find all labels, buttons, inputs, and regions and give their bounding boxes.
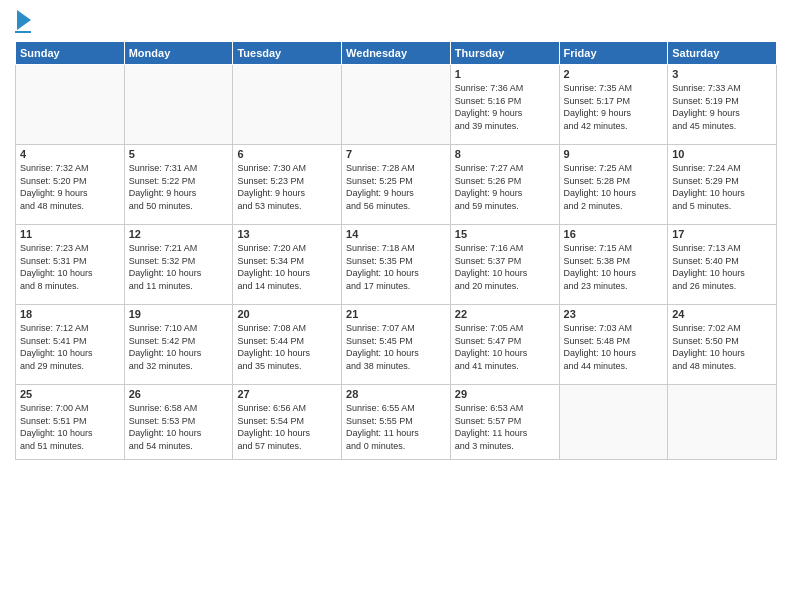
day-info: Sunrise: 7:30 AM Sunset: 5:23 PM Dayligh… bbox=[237, 162, 337, 212]
calendar-cell: 12Sunrise: 7:21 AM Sunset: 5:32 PM Dayli… bbox=[124, 225, 233, 305]
calendar-cell: 27Sunrise: 6:56 AM Sunset: 5:54 PM Dayli… bbox=[233, 385, 342, 460]
calendar-cell: 25Sunrise: 7:00 AM Sunset: 5:51 PM Dayli… bbox=[16, 385, 125, 460]
page: SundayMondayTuesdayWednesdayThursdayFrid… bbox=[0, 0, 792, 612]
day-number: 24 bbox=[672, 308, 772, 320]
calendar-cell: 23Sunrise: 7:03 AM Sunset: 5:48 PM Dayli… bbox=[559, 305, 668, 385]
day-number: 11 bbox=[20, 228, 120, 240]
day-info: Sunrise: 7:23 AM Sunset: 5:31 PM Dayligh… bbox=[20, 242, 120, 292]
day-info: Sunrise: 7:00 AM Sunset: 5:51 PM Dayligh… bbox=[20, 402, 120, 452]
day-info: Sunrise: 7:24 AM Sunset: 5:29 PM Dayligh… bbox=[672, 162, 772, 212]
calendar-cell: 1Sunrise: 7:36 AM Sunset: 5:16 PM Daylig… bbox=[450, 65, 559, 145]
calendar-cell: 4Sunrise: 7:32 AM Sunset: 5:20 PM Daylig… bbox=[16, 145, 125, 225]
day-info: Sunrise: 7:13 AM Sunset: 5:40 PM Dayligh… bbox=[672, 242, 772, 292]
week-row-1: 4Sunrise: 7:32 AM Sunset: 5:20 PM Daylig… bbox=[16, 145, 777, 225]
day-info: Sunrise: 7:25 AM Sunset: 5:28 PM Dayligh… bbox=[564, 162, 664, 212]
calendar-cell: 16Sunrise: 7:15 AM Sunset: 5:38 PM Dayli… bbox=[559, 225, 668, 305]
day-number: 10 bbox=[672, 148, 772, 160]
header-cell-thursday: Thursday bbox=[450, 42, 559, 65]
day-info: Sunrise: 7:32 AM Sunset: 5:20 PM Dayligh… bbox=[20, 162, 120, 212]
header-cell-friday: Friday bbox=[559, 42, 668, 65]
day-number: 25 bbox=[20, 388, 120, 400]
day-info: Sunrise: 7:16 AM Sunset: 5:37 PM Dayligh… bbox=[455, 242, 555, 292]
calendar-cell: 5Sunrise: 7:31 AM Sunset: 5:22 PM Daylig… bbox=[124, 145, 233, 225]
logo-underline bbox=[15, 31, 31, 33]
header-cell-sunday: Sunday bbox=[16, 42, 125, 65]
calendar-cell: 8Sunrise: 7:27 AM Sunset: 5:26 PM Daylig… bbox=[450, 145, 559, 225]
day-info: Sunrise: 7:05 AM Sunset: 5:47 PM Dayligh… bbox=[455, 322, 555, 372]
day-info: Sunrise: 7:36 AM Sunset: 5:16 PM Dayligh… bbox=[455, 82, 555, 132]
day-number: 22 bbox=[455, 308, 555, 320]
day-number: 15 bbox=[455, 228, 555, 240]
day-info: Sunrise: 7:27 AM Sunset: 5:26 PM Dayligh… bbox=[455, 162, 555, 212]
day-number: 29 bbox=[455, 388, 555, 400]
day-number: 23 bbox=[564, 308, 664, 320]
calendar-cell: 9Sunrise: 7:25 AM Sunset: 5:28 PM Daylig… bbox=[559, 145, 668, 225]
calendar-cell bbox=[124, 65, 233, 145]
day-info: Sunrise: 7:35 AM Sunset: 5:17 PM Dayligh… bbox=[564, 82, 664, 132]
calendar-cell: 7Sunrise: 7:28 AM Sunset: 5:25 PM Daylig… bbox=[342, 145, 451, 225]
day-info: Sunrise: 6:58 AM Sunset: 5:53 PM Dayligh… bbox=[129, 402, 229, 452]
week-row-0: 1Sunrise: 7:36 AM Sunset: 5:16 PM Daylig… bbox=[16, 65, 777, 145]
calendar-cell: 15Sunrise: 7:16 AM Sunset: 5:37 PM Dayli… bbox=[450, 225, 559, 305]
day-number: 26 bbox=[129, 388, 229, 400]
calendar-cell bbox=[668, 385, 777, 460]
calendar-cell: 26Sunrise: 6:58 AM Sunset: 5:53 PM Dayli… bbox=[124, 385, 233, 460]
day-number: 7 bbox=[346, 148, 446, 160]
day-info: Sunrise: 7:07 AM Sunset: 5:45 PM Dayligh… bbox=[346, 322, 446, 372]
day-info: Sunrise: 7:31 AM Sunset: 5:22 PM Dayligh… bbox=[129, 162, 229, 212]
day-number: 9 bbox=[564, 148, 664, 160]
calendar-cell bbox=[342, 65, 451, 145]
calendar-cell: 11Sunrise: 7:23 AM Sunset: 5:31 PM Dayli… bbox=[16, 225, 125, 305]
day-info: Sunrise: 7:28 AM Sunset: 5:25 PM Dayligh… bbox=[346, 162, 446, 212]
logo bbox=[15, 10, 31, 33]
week-row-4: 25Sunrise: 7:00 AM Sunset: 5:51 PM Dayli… bbox=[16, 385, 777, 460]
day-info: Sunrise: 7:21 AM Sunset: 5:32 PM Dayligh… bbox=[129, 242, 229, 292]
calendar: SundayMondayTuesdayWednesdayThursdayFrid… bbox=[15, 41, 777, 460]
day-number: 12 bbox=[129, 228, 229, 240]
day-info: Sunrise: 6:56 AM Sunset: 5:54 PM Dayligh… bbox=[237, 402, 337, 452]
calendar-cell: 2Sunrise: 7:35 AM Sunset: 5:17 PM Daylig… bbox=[559, 65, 668, 145]
header-cell-monday: Monday bbox=[124, 42, 233, 65]
calendar-cell bbox=[16, 65, 125, 145]
header-row: SundayMondayTuesdayWednesdayThursdayFrid… bbox=[16, 42, 777, 65]
logo-text bbox=[15, 10, 31, 30]
week-row-3: 18Sunrise: 7:12 AM Sunset: 5:41 PM Dayli… bbox=[16, 305, 777, 385]
calendar-cell: 10Sunrise: 7:24 AM Sunset: 5:29 PM Dayli… bbox=[668, 145, 777, 225]
calendar-cell bbox=[233, 65, 342, 145]
logo-arrow-icon bbox=[17, 10, 31, 30]
day-info: Sunrise: 7:02 AM Sunset: 5:50 PM Dayligh… bbox=[672, 322, 772, 372]
day-info: Sunrise: 6:55 AM Sunset: 5:55 PM Dayligh… bbox=[346, 402, 446, 452]
calendar-cell bbox=[559, 385, 668, 460]
day-number: 8 bbox=[455, 148, 555, 160]
day-number: 14 bbox=[346, 228, 446, 240]
calendar-cell: 18Sunrise: 7:12 AM Sunset: 5:41 PM Dayli… bbox=[16, 305, 125, 385]
day-number: 27 bbox=[237, 388, 337, 400]
calendar-cell: 3Sunrise: 7:33 AM Sunset: 5:19 PM Daylig… bbox=[668, 65, 777, 145]
day-number: 4 bbox=[20, 148, 120, 160]
day-info: Sunrise: 7:20 AM Sunset: 5:34 PM Dayligh… bbox=[237, 242, 337, 292]
week-row-2: 11Sunrise: 7:23 AM Sunset: 5:31 PM Dayli… bbox=[16, 225, 777, 305]
day-number: 16 bbox=[564, 228, 664, 240]
day-info: Sunrise: 7:08 AM Sunset: 5:44 PM Dayligh… bbox=[237, 322, 337, 372]
calendar-cell: 17Sunrise: 7:13 AM Sunset: 5:40 PM Dayli… bbox=[668, 225, 777, 305]
day-info: Sunrise: 7:12 AM Sunset: 5:41 PM Dayligh… bbox=[20, 322, 120, 372]
calendar-cell: 20Sunrise: 7:08 AM Sunset: 5:44 PM Dayli… bbox=[233, 305, 342, 385]
calendar-cell: 24Sunrise: 7:02 AM Sunset: 5:50 PM Dayli… bbox=[668, 305, 777, 385]
day-number: 1 bbox=[455, 68, 555, 80]
calendar-cell: 14Sunrise: 7:18 AM Sunset: 5:35 PM Dayli… bbox=[342, 225, 451, 305]
day-number: 21 bbox=[346, 308, 446, 320]
day-number: 3 bbox=[672, 68, 772, 80]
day-number: 5 bbox=[129, 148, 229, 160]
day-number: 28 bbox=[346, 388, 446, 400]
calendar-cell: 13Sunrise: 7:20 AM Sunset: 5:34 PM Dayli… bbox=[233, 225, 342, 305]
day-info: Sunrise: 6:53 AM Sunset: 5:57 PM Dayligh… bbox=[455, 402, 555, 452]
day-info: Sunrise: 7:33 AM Sunset: 5:19 PM Dayligh… bbox=[672, 82, 772, 132]
header-cell-tuesday: Tuesday bbox=[233, 42, 342, 65]
day-number: 13 bbox=[237, 228, 337, 240]
day-info: Sunrise: 7:03 AM Sunset: 5:48 PM Dayligh… bbox=[564, 322, 664, 372]
calendar-cell: 22Sunrise: 7:05 AM Sunset: 5:47 PM Dayli… bbox=[450, 305, 559, 385]
header bbox=[15, 10, 777, 33]
header-cell-wednesday: Wednesday bbox=[342, 42, 451, 65]
day-number: 2 bbox=[564, 68, 664, 80]
calendar-cell: 28Sunrise: 6:55 AM Sunset: 5:55 PM Dayli… bbox=[342, 385, 451, 460]
